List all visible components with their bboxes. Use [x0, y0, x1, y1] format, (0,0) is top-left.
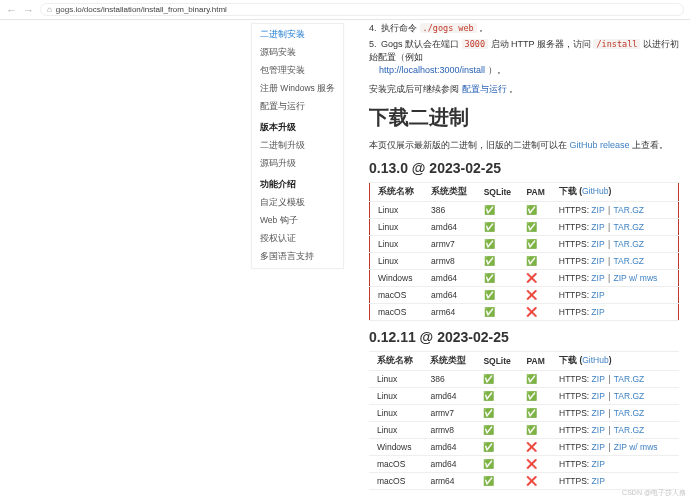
github-release-link[interactable]: GitHub release: [570, 140, 630, 150]
sqlite-cell: ✅: [478, 422, 521, 439]
col-os: 系统名称: [369, 352, 425, 371]
pam-cell: ❌: [521, 287, 553, 304]
pam-cell: ❌: [521, 439, 554, 456]
sidebar-item[interactable]: 自定义模板: [252, 194, 343, 212]
main-content: 4. 执行命令 ./gogs web 。 5. Gogs 默认会在端口 3000…: [345, 20, 685, 500]
os-cell: macOS: [370, 304, 427, 321]
download-link-zip[interactable]: ZIP: [592, 442, 605, 452]
download-link-zip[interactable]: ZIP: [592, 408, 605, 418]
check-icon: ✅: [526, 374, 537, 384]
table-row: macOSamd64✅❌HTTPS: ZIP: [370, 287, 679, 304]
download-link-zipmws[interactable]: ZIP w/ mws: [614, 442, 658, 452]
col-dl: 下载 (GitHub): [554, 352, 679, 371]
release-heading: 0.13.0 @ 2023-02-25: [369, 160, 679, 176]
check-icon: ✅: [483, 459, 494, 469]
check-icon: ✅: [526, 239, 537, 249]
download-cell: HTTPS: ZIP | TAR.GZ: [554, 388, 679, 405]
lock-icon: ⌂: [47, 5, 52, 14]
os-cell: macOS: [370, 287, 427, 304]
release-heading: 0.12.11 @ 2023-02-25: [369, 329, 679, 345]
arch-cell: amd64: [425, 456, 478, 473]
install-url-link[interactable]: http://localhost:3000/install: [379, 65, 485, 75]
table-row: Linuxarmv8✅✅HTTPS: ZIP | TAR.GZ: [369, 422, 679, 439]
github-link[interactable]: GitHub: [582, 186, 608, 196]
pam-cell: ✅: [521, 405, 554, 422]
download-cell: HTTPS: ZIP | ZIP w/ mws: [554, 439, 679, 456]
arch-cell: 386: [425, 371, 478, 388]
download-link-zip[interactable]: ZIP: [591, 307, 604, 317]
download-cell: HTTPS: ZIP | TAR.GZ: [554, 371, 679, 388]
cross-icon: ❌: [526, 290, 537, 300]
browser-bar: ← → ⌂ gogs.io/docs/installation/install_…: [0, 0, 690, 20]
download-link-zip[interactable]: ZIP: [591, 239, 604, 249]
download-cell: HTTPS: ZIP: [554, 304, 679, 321]
sqlite-cell: ✅: [478, 388, 521, 405]
download-cell: HTTPS: ZIP | TAR.GZ: [554, 219, 679, 236]
download-cell: HTTPS: ZIP: [554, 287, 679, 304]
os-cell: Linux: [370, 202, 427, 219]
code-port: 3000: [462, 39, 488, 49]
url-bar[interactable]: ⌂ gogs.io/docs/installation/install_from…: [40, 3, 684, 16]
download-link-targz[interactable]: TAR.GZ: [614, 391, 645, 401]
col-pam: PAM: [521, 352, 554, 371]
forward-icon[interactable]: →: [23, 4, 34, 16]
os-cell: Linux: [369, 422, 425, 439]
github-link[interactable]: GitHub: [582, 355, 608, 365]
sidebar-item[interactable]: Web 钩子: [252, 212, 343, 230]
check-icon: ✅: [483, 476, 494, 486]
os-cell: Linux: [370, 219, 427, 236]
arch-cell: 386: [426, 202, 479, 219]
os-cell: Linux: [369, 388, 425, 405]
download-link-zip[interactable]: ZIP: [592, 391, 605, 401]
col-os: 系统名称: [370, 183, 427, 202]
arch-cell: armv7: [425, 405, 478, 422]
sidebar-item[interactable]: 多国语言支持: [252, 248, 343, 266]
sidebar-item[interactable]: 源码升级: [252, 155, 343, 173]
download-link-targz[interactable]: TAR.GZ: [614, 374, 645, 384]
download-link-zip[interactable]: ZIP: [592, 425, 605, 435]
arch-cell: amd64: [426, 270, 479, 287]
os-cell: Windows: [369, 439, 425, 456]
download-link-targz[interactable]: TAR.GZ: [614, 408, 645, 418]
arch-cell: amd64: [426, 287, 479, 304]
sidebar-item[interactable]: 注册 Windows 服务: [252, 80, 343, 98]
back-icon[interactable]: ←: [6, 4, 17, 16]
download-link-targz[interactable]: TAR.GZ: [614, 425, 645, 435]
table-row: Linux386✅✅HTTPS: ZIP | TAR.GZ: [370, 202, 679, 219]
download-link-zip[interactable]: ZIP: [591, 273, 604, 283]
table-row: Windowsamd64✅❌HTTPS: ZIP | ZIP w/ mws: [369, 439, 679, 456]
download-link-targz[interactable]: TAR.GZ: [614, 222, 645, 232]
table-row: Linuxarmv7✅✅HTTPS: ZIP | TAR.GZ: [369, 405, 679, 422]
sidebar-item[interactable]: 配置与运行: [252, 98, 343, 116]
download-link-zip[interactable]: ZIP: [592, 476, 605, 486]
download-link-targz[interactable]: TAR.GZ: [614, 239, 645, 249]
download-link-zip[interactable]: ZIP: [591, 222, 604, 232]
sqlite-cell: ✅: [478, 405, 521, 422]
sqlite-cell: ✅: [479, 236, 522, 253]
col-sqlite: SQLite: [479, 183, 522, 202]
download-link-zip[interactable]: ZIP: [591, 256, 604, 266]
sidebar-item[interactable]: 包管理安装: [252, 62, 343, 80]
sidebar-item[interactable]: 二进制升级: [252, 137, 343, 155]
pam-cell: ✅: [521, 253, 553, 270]
watermark: CSDN @电子莎人撸: [622, 488, 686, 498]
download-link-targz[interactable]: TAR.GZ: [614, 205, 645, 215]
arch-cell: armv8: [426, 253, 479, 270]
download-link-zipmws[interactable]: ZIP w/ mws: [614, 273, 658, 283]
cross-icon: ❌: [526, 307, 537, 317]
download-link-zip[interactable]: ZIP: [591, 205, 604, 215]
check-icon: ✅: [483, 374, 494, 384]
config-run-link[interactable]: 配置与运行: [462, 84, 507, 94]
sidebar-item[interactable]: 源码安装: [252, 44, 343, 62]
pam-cell: ❌: [521, 456, 554, 473]
download-link-targz[interactable]: TAR.GZ: [614, 256, 645, 266]
check-icon: ✅: [483, 442, 494, 452]
sidebar-item[interactable]: 二进制安装: [252, 26, 343, 44]
os-cell: Linux: [369, 371, 425, 388]
sidebar-item[interactable]: 授权认证: [252, 230, 343, 248]
download-link-zip[interactable]: ZIP: [592, 374, 605, 384]
download-link-zip[interactable]: ZIP: [591, 290, 604, 300]
release-table: 系统名称系统类型SQLitePAM下载 (GitHub)Linux386✅✅HT…: [369, 182, 679, 321]
download-link-zip[interactable]: ZIP: [592, 459, 605, 469]
pam-cell: ✅: [521, 219, 553, 236]
